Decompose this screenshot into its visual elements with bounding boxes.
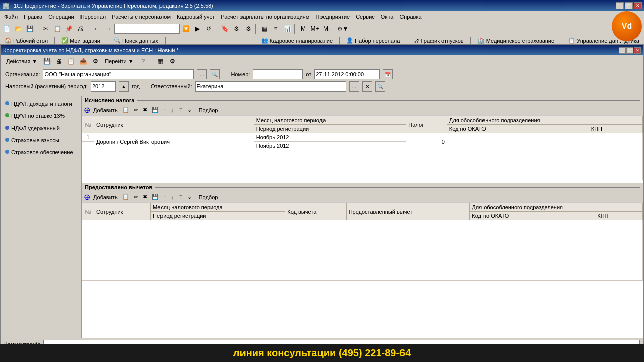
doc-copy-btn[interactable]: 📋 xyxy=(65,56,76,67)
number-input[interactable] xyxy=(253,69,303,79)
menu-file[interactable]: Файл xyxy=(1,13,21,21)
tb-bookmark[interactable]: 🔖 xyxy=(219,23,230,34)
menu-edit[interactable]: Правка xyxy=(21,13,45,21)
section1-select-btn[interactable]: Подбор xyxy=(197,106,220,115)
add-icon1[interactable]: ⊕ xyxy=(84,105,90,115)
tb-paste[interactable]: 📌 xyxy=(63,23,74,34)
org-search-btn[interactable]: 🔍 xyxy=(210,69,220,79)
year-input[interactable] xyxy=(91,81,116,92)
responsible-search-btn[interactable]: 🔍 xyxy=(375,81,385,92)
task-hr-planning[interactable]: 👥 Кадровое планирование xyxy=(258,36,336,45)
org-input[interactable] xyxy=(43,69,194,79)
doc-save-btn[interactable]: 💾 xyxy=(41,56,52,67)
section2-delete-btn[interactable]: ✖ xyxy=(141,193,149,202)
tb-cut[interactable]: ✂ xyxy=(40,23,51,34)
tb-save[interactable]: 💾 xyxy=(24,23,35,34)
tb-filter[interactable]: ⚙ xyxy=(231,23,242,34)
doc-extra-btn[interactable]: ⚙ xyxy=(90,56,101,67)
search-input[interactable] xyxy=(114,24,180,34)
tb-open[interactable]: 📂 xyxy=(13,23,24,34)
section1-save-btn[interactable]: 💾 xyxy=(150,106,161,115)
section1-up-btn[interactable]: ↑ xyxy=(162,106,169,115)
menu-salary[interactable]: Расчет зарплаты по организациям xyxy=(218,13,312,21)
close-window-button[interactable]: ✕ xyxy=(634,2,642,9)
doc-close[interactable]: ✕ xyxy=(634,47,641,54)
calendar-btn[interactable]: 📅 xyxy=(383,69,393,79)
tb-back[interactable]: ← xyxy=(91,23,102,34)
menu-settlements[interactable]: Расчеты с персоналом xyxy=(109,13,174,21)
tb-forward[interactable]: → xyxy=(103,23,114,34)
doc-settings2-btn[interactable]: ⚙ xyxy=(167,56,178,67)
section1-sortdesc-btn[interactable]: ⇓ xyxy=(185,106,194,115)
section1-copy-btn[interactable]: 📋 xyxy=(120,106,131,115)
section2-save-btn[interactable]: 💾 xyxy=(150,193,161,202)
section1-down-btn[interactable]: ↓ xyxy=(169,106,176,115)
section2-copy-btn[interactable]: 📋 xyxy=(120,193,131,202)
task-vacation[interactable]: 🏖 График отпусков xyxy=(410,37,467,45)
nav-ndfl-13[interactable]: НДФЛ по ставке 13% xyxy=(1,110,81,122)
section1-sortasc-btn[interactable]: ⇑ xyxy=(176,106,185,115)
responsible-clear-btn[interactable]: ✕ xyxy=(362,81,372,92)
tb-extra[interactable]: ⚙▼ xyxy=(337,23,348,34)
task-search[interactable]: 🔍 Поиск данных xyxy=(110,36,162,45)
actions-button[interactable]: Действия ▼ xyxy=(3,57,40,66)
nav-insurance-coverage[interactable]: Страховое обеспечение xyxy=(1,146,81,158)
task-insurance[interactable]: 🏥 Медицинское страхование xyxy=(474,36,558,45)
tb-chart[interactable]: 📊 xyxy=(282,23,293,34)
section1-delete-btn[interactable]: ✖ xyxy=(141,106,149,115)
nav-dot xyxy=(5,150,9,154)
doc-minimize[interactable]: _ xyxy=(619,47,626,54)
nav-insurance-contributions[interactable]: Страховые взносы xyxy=(1,134,81,146)
tb-copy[interactable]: 📋 xyxy=(52,23,63,34)
section1-add-btn[interactable]: Добавить xyxy=(91,106,120,115)
menu-personnel[interactable]: Персонал xyxy=(77,13,109,21)
tb-mminus[interactable]: M- xyxy=(321,23,332,34)
nav-ndfl-income[interactable]: НДФЛ: доходы и налоги xyxy=(1,98,81,110)
goto-button[interactable]: Перейти ▼ xyxy=(102,57,137,66)
tb-settings[interactable]: ⚙ xyxy=(243,23,254,34)
task-mytasks[interactable]: ✅ Мои задачи xyxy=(58,36,104,45)
section2-down-btn[interactable]: ↓ xyxy=(169,193,176,202)
menu-windows[interactable]: Окна xyxy=(378,13,397,21)
section2-edit-btn[interactable]: ✏ xyxy=(132,193,140,202)
table-empty-row xyxy=(82,150,643,180)
doc-restore[interactable]: □ xyxy=(626,47,633,54)
nav-ndfl-withheld[interactable]: НДФЛ удержанный xyxy=(1,122,81,134)
doc-help-btn[interactable]: ? xyxy=(138,56,149,67)
menu-enterprise[interactable]: Предприятие xyxy=(312,13,353,21)
tb-refresh[interactable]: ↺ xyxy=(203,23,214,34)
menu-operations[interactable]: Операции xyxy=(45,13,77,21)
doc-print-btn[interactable]: 🖨 xyxy=(53,56,64,67)
menu-service[interactable]: Сервис xyxy=(353,13,378,21)
section1-edit-btn[interactable]: ✏ xyxy=(132,106,140,115)
section2-sortdesc-btn[interactable]: ⇓ xyxy=(185,193,194,202)
date-input[interactable] xyxy=(314,69,380,79)
section2-up-btn[interactable]: ↑ xyxy=(162,193,169,202)
section2-sortasc-btn[interactable]: ⇑ xyxy=(176,193,185,202)
doc-send-btn[interactable]: 📤 xyxy=(77,56,89,67)
tb-table[interactable]: ▦ xyxy=(259,23,270,34)
th-reg-period2: Период регистрации xyxy=(151,212,285,220)
year-up-btn[interactable]: ▲ xyxy=(119,81,129,92)
restore-button[interactable]: □ xyxy=(625,2,633,9)
org-select-btn[interactable]: ... xyxy=(197,69,207,79)
responsible-select-btn[interactable]: ... xyxy=(349,81,359,92)
table-row[interactable]: 1 Доронин Сергей Викторович Ноябрь 2012 … xyxy=(82,133,643,142)
tb-search-btn[interactable]: 🔽 xyxy=(180,23,191,34)
doc-view-btn[interactable]: ▦ xyxy=(155,56,166,67)
responsible-input[interactable] xyxy=(195,81,346,92)
menu-hr[interactable]: Кадровый учет xyxy=(174,13,218,21)
tb-m[interactable]: M xyxy=(298,23,309,34)
tb-mplus[interactable]: M+ xyxy=(309,23,320,34)
tb-list[interactable]: ≡ xyxy=(270,23,281,34)
task-recruitment[interactable]: 👤 Набор персонала xyxy=(343,36,404,45)
minimize-button[interactable]: _ xyxy=(616,2,624,9)
section2-add-btn[interactable]: Добавить xyxy=(91,193,120,202)
section2-select-btn[interactable]: Подбор xyxy=(197,193,220,202)
tb-go[interactable]: ▶ xyxy=(192,23,203,34)
menu-help[interactable]: Справка xyxy=(396,13,424,21)
tb-print[interactable]: 🖨 xyxy=(75,23,86,34)
task-desktop[interactable]: 🏠 Рабочий стол xyxy=(1,36,51,45)
tb-new[interactable]: 📄 xyxy=(1,23,12,34)
add-icon2[interactable]: ⊕ xyxy=(84,192,90,202)
